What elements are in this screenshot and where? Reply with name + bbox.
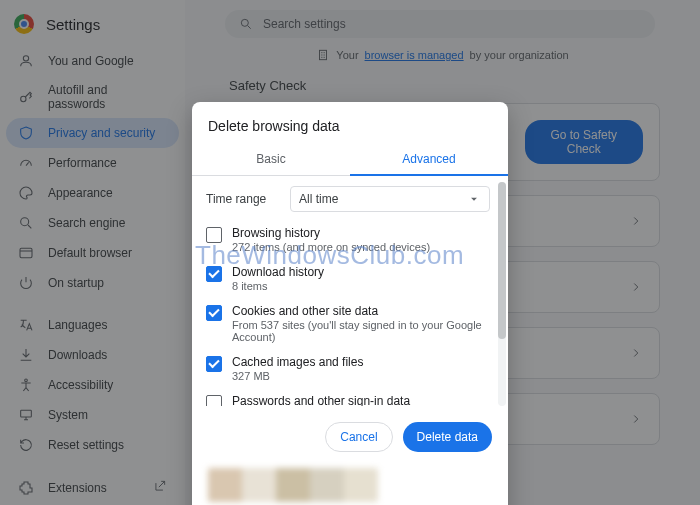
data-type-option[interactable]: Cookies and other site dataFrom 537 site…: [204, 298, 490, 349]
dropdown-arrow-icon: [467, 192, 481, 206]
tab-basic[interactable]: Basic: [192, 144, 350, 176]
checkbox[interactable]: [206, 305, 222, 321]
checkbox[interactable]: [206, 266, 222, 282]
scrollbar-thumb[interactable]: [498, 182, 506, 339]
profile-preview: [192, 462, 508, 505]
option-subtitle: From 537 sites (you'll stay signed in to…: [232, 319, 488, 343]
checkbox[interactable]: [206, 356, 222, 372]
scrollbar-track[interactable]: [498, 182, 506, 406]
dialog-scroll-area[interactable]: Time range All time Browsing history272 …: [204, 186, 504, 406]
data-type-option[interactable]: Download history8 items: [204, 259, 490, 298]
checkbox[interactable]: [206, 227, 222, 243]
dialog-body: Time range All time Browsing history272 …: [192, 176, 508, 412]
cancel-button[interactable]: Cancel: [325, 422, 392, 452]
option-title: Download history: [232, 265, 324, 279]
option-subtitle: 327 MB: [232, 370, 363, 382]
option-title: Cached images and files: [232, 355, 363, 369]
time-range-select[interactable]: All time: [290, 186, 490, 212]
dialog-title: Delete browsing data: [192, 102, 508, 144]
tab-advanced[interactable]: Advanced: [350, 144, 508, 176]
option-title: Browsing history: [232, 226, 430, 240]
data-type-option[interactable]: Passwords and other sign-in data10 passw…: [204, 388, 490, 406]
dialog-actions: Cancel Delete data: [192, 412, 508, 462]
option-subtitle: 8 items: [232, 280, 324, 292]
data-type-option[interactable]: Cached images and files327 MB: [204, 349, 490, 388]
option-title: Passwords and other sign-in data: [232, 394, 488, 406]
time-range-value: All time: [299, 192, 338, 206]
data-type-option[interactable]: Browsing history272 items (and more on s…: [204, 220, 490, 259]
blurred-profile-icon: [208, 468, 378, 502]
delete-browsing-data-dialog: Delete browsing data Basic Advanced Time…: [192, 102, 508, 505]
delete-data-button[interactable]: Delete data: [403, 422, 492, 452]
time-range-label: Time range: [206, 192, 280, 206]
option-title: Cookies and other site data: [232, 304, 488, 318]
option-subtitle: 272 items (and more on synced devices): [232, 241, 430, 253]
dialog-tabs: Basic Advanced: [192, 144, 508, 176]
checkbox[interactable]: [206, 395, 222, 406]
